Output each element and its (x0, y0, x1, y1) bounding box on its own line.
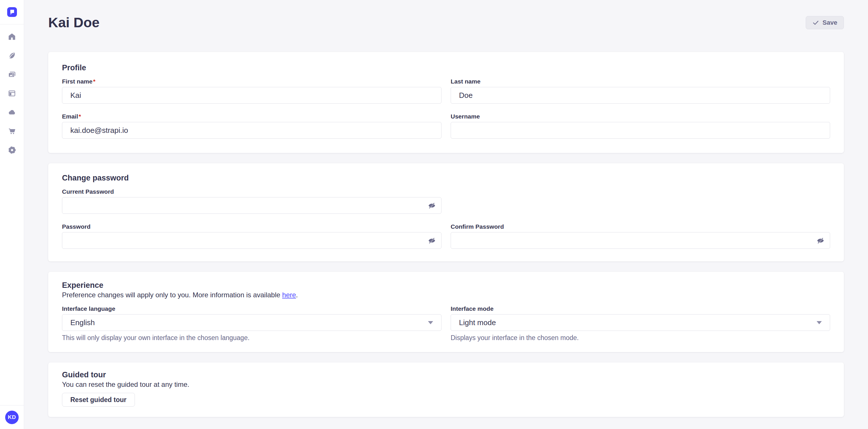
user-avatar[interactable]: KD (5, 410, 19, 424)
experience-description: Preference changes will apply only to yo… (62, 291, 830, 299)
last-name-label: Last name (451, 78, 830, 85)
profile-form: First name* Last name Email* Username (62, 78, 830, 139)
toggle-password-visibility-button[interactable] (428, 236, 436, 244)
layout-icon (8, 90, 16, 97)
guided-tour-heading: Guided tour (62, 370, 830, 379)
chevron-down-icon (817, 321, 822, 324)
last-name-field-group: Last name (451, 78, 830, 104)
interface-language-value: English (70, 318, 95, 327)
new-password-input[interactable] (62, 232, 441, 249)
first-name-input[interactable] (62, 87, 441, 104)
reset-guided-tour-button[interactable]: Reset guided tour (62, 393, 135, 407)
first-name-field-group: First name* (62, 78, 441, 104)
interface-language-hint: This will only display your own interfac… (62, 334, 441, 342)
new-password-wrap (62, 232, 441, 249)
logo-area (0, 0, 24, 24)
eye-slash-icon (428, 202, 436, 209)
sidebar-item-media-library[interactable] (6, 70, 19, 78)
username-label: Username (451, 113, 830, 120)
interface-mode-field-group: Interface mode Light mode Displays your … (451, 305, 830, 342)
new-password-label: Password (62, 223, 441, 230)
change-password-form: Current Password Password (62, 188, 830, 249)
sidebar-nav (0, 24, 24, 154)
gear-icon (8, 146, 16, 154)
empty-grid-cell (451, 188, 830, 214)
eye-slash-icon (817, 237, 825, 244)
confirm-password-input[interactable] (451, 232, 830, 249)
page-header: Kai Doe Save (48, 14, 844, 31)
page-title: Kai Doe (48, 14, 100, 31)
experience-form: Interface language English This will onl… (62, 305, 830, 342)
confirm-password-field-group: Confirm Password (451, 223, 830, 249)
interface-mode-hint: Displays your interface in the chosen mo… (451, 334, 830, 342)
experience-heading: Experience (62, 281, 830, 290)
toggle-password-visibility-button[interactable] (816, 236, 825, 244)
interface-language-field-group: Interface language English This will onl… (62, 305, 441, 342)
interface-mode-label: Interface mode (451, 305, 830, 312)
strapi-logo-icon (7, 7, 17, 17)
images-icon (8, 71, 16, 78)
required-asterisk: * (79, 113, 81, 120)
cloud-icon (8, 108, 16, 116)
username-field-group: Username (451, 113, 830, 139)
more-information-link[interactable]: here (282, 291, 296, 299)
username-input[interactable] (451, 122, 830, 139)
experience-card: Experience Preference changes will apply… (48, 272, 844, 352)
first-name-label: First name* (62, 78, 441, 85)
check-icon (812, 19, 819, 26)
feather-icon (8, 52, 16, 59)
sidebar-item-content-manager[interactable] (6, 52, 19, 59)
strapi-logo[interactable] (7, 7, 17, 17)
new-password-field-group: Password (62, 223, 441, 249)
email-field-group: Email* (62, 113, 441, 139)
save-button-label: Save (823, 19, 837, 26)
email-label: Email* (62, 113, 441, 120)
sidebar-item-content-type-builder[interactable] (6, 89, 19, 97)
sidebar-item-settings[interactable] (6, 146, 19, 154)
profile-heading: Profile (62, 63, 830, 72)
interface-language-label: Interface language (62, 305, 441, 312)
current-password-field-group: Current Password (62, 188, 441, 214)
sidebar-item-cloud[interactable] (6, 108, 19, 116)
confirm-password-label: Confirm Password (451, 223, 830, 230)
change-password-card: Change password Current Password (48, 163, 844, 261)
guided-tour-card: Guided tour You can reset the guided tou… (48, 362, 844, 417)
home-icon (8, 33, 16, 40)
required-asterisk: * (93, 78, 95, 85)
guided-tour-description: You can reset the guided tour at any tim… (62, 380, 830, 389)
interface-language-select[interactable]: English (62, 314, 441, 331)
current-password-label: Current Password (62, 188, 441, 195)
interface-mode-select[interactable]: Light mode (451, 314, 830, 331)
sidebar-item-marketplace[interactable] (6, 127, 19, 135)
interface-mode-value: Light mode (459, 318, 496, 327)
last-name-input[interactable] (451, 87, 830, 104)
current-password-wrap (62, 197, 441, 214)
save-button[interactable]: Save (806, 16, 844, 29)
toggle-password-visibility-button[interactable] (428, 201, 436, 209)
current-password-input[interactable] (62, 197, 441, 214)
sidebar-footer: KD (0, 405, 24, 429)
chevron-down-icon (428, 321, 433, 324)
confirm-password-wrap (451, 232, 830, 249)
cart-icon (8, 127, 16, 135)
sidebar: KD (0, 0, 24, 429)
profile-card: Profile First name* Last name Email* Use… (48, 52, 844, 153)
email-input[interactable] (62, 122, 441, 139)
sidebar-item-home[interactable] (6, 32, 19, 40)
eye-slash-icon (428, 237, 436, 244)
main-content: Kai Doe Save Profile First name* Last na… (24, 0, 868, 429)
change-password-heading: Change password (62, 174, 830, 182)
